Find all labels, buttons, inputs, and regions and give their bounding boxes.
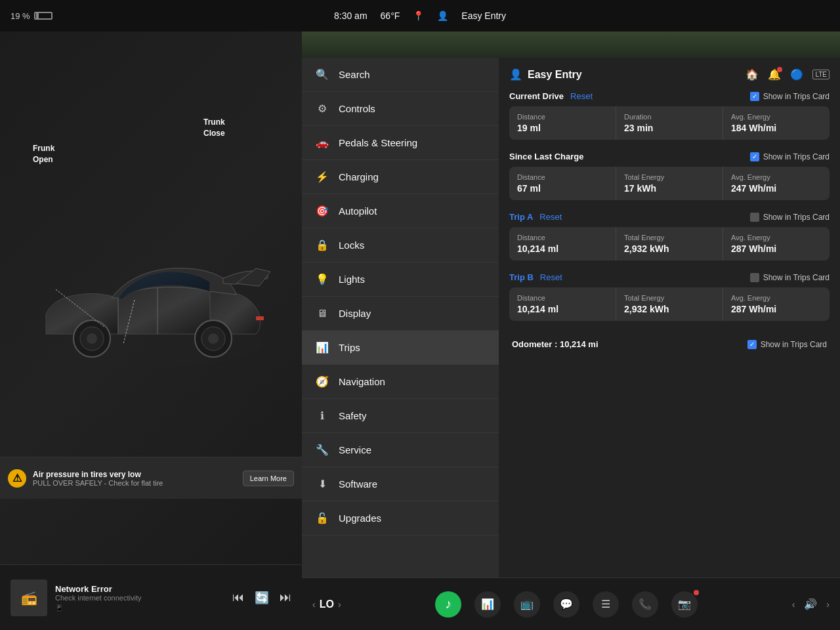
menu-item-software[interactable]: ⬇ Software [302, 467, 499, 501]
menu-item-lights[interactable]: 💡 Lights [302, 262, 499, 297]
alert-bar: ⚠ Air pressure in tires very low PULL OV… [0, 457, 302, 499]
menu-label-lights: Lights [339, 274, 365, 285]
camera-button[interactable]: 📷 [671, 591, 698, 618]
menu-item-safety[interactable]: ℹ Safety [302, 399, 499, 433]
odometer-checkbox[interactable]: ✓ [747, 340, 757, 349]
climate-button[interactable]: 📊 [474, 591, 501, 618]
trip-b-checkbox[interactable] [750, 273, 759, 282]
trip-b-energy-value: 2,932 kWh [624, 304, 715, 314]
menu-item-trips[interactable]: 📊 Trips [302, 331, 499, 365]
menu-label-autopilot: Autopilot [339, 205, 377, 217]
lte-badge: LTE [812, 70, 830, 79]
current-drive-distance-value: 19 ml [517, 123, 608, 133]
notification-dot [777, 67, 782, 72]
trip-b-avg-energy: Avg. Energy 287 Wh/mi [723, 287, 830, 321]
taskbar-left: ‹ LO › [312, 598, 341, 610]
menu-label-service: Service [339, 444, 371, 455]
phone-container: 📞 [632, 591, 658, 618]
menu-label-charging: Charging [339, 171, 379, 182]
content-panel: 👤 Easy Entry 🏠 🔔 🔵 LTE Current Drive Res… [499, 58, 840, 630]
spotify-button[interactable]: ♪ [435, 591, 461, 618]
since-last-charge-energy: Total Energy 17 kWh [616, 167, 723, 200]
charging-icon: ⚡ [315, 171, 329, 183]
safety-icon: ℹ [315, 410, 329, 422]
menu-label-controls: Controls [339, 103, 375, 114]
camera-container: 📷 [671, 591, 698, 618]
taskbar-right: ‹ 🔊 › [792, 598, 830, 610]
menu-item-search[interactable]: 🔍 Search [302, 58, 499, 92]
menu-item-display[interactable]: 🖥 Display [302, 297, 499, 331]
search-icon: 🔍 [315, 68, 329, 81]
menu-item-navigation[interactable]: 🧭 Navigation [302, 365, 499, 399]
next-button[interactable]: ⏭ [280, 591, 291, 604]
since-last-charge-avg-energy: Avg. Energy 247 Wh/mi [723, 167, 830, 200]
taskbar-next-button[interactable]: › [338, 599, 341, 610]
odometer-text: Odometer : 10,214 mi [512, 339, 598, 349]
trip-a-show-label: Show in Trips Card [763, 213, 830, 222]
menu-item-upgrades[interactable]: 🔓 Upgrades [302, 501, 499, 536]
menu-item-pedals[interactable]: 🚗 Pedals & Steering [302, 126, 499, 160]
trip-a-distance: Distance 10,214 ml [509, 227, 616, 261]
odometer-show-trips: ✓ Show in Trips Card [747, 340, 827, 349]
odometer-show-label: Show in Trips Card [761, 340, 827, 349]
replay-button[interactable]: 🔄 [255, 591, 269, 605]
trip-a-show-trips: Show in Trips Card [750, 213, 830, 222]
controls-icon: ⚙ [315, 102, 329, 115]
trip-b-header: Trip B Reset Show in Trips Card [509, 272, 830, 282]
trip-b-reset-button[interactable]: Reset [540, 272, 562, 282]
status-center: 8:30 am 66°F 📍 👤 Easy Entry [334, 10, 506, 21]
menu-button[interactable]: ☰ [593, 591, 619, 618]
autopilot-icon: 🎯 [315, 205, 329, 217]
volume-label: LO [320, 598, 334, 610]
since-last-charge-checkbox[interactable]: ✓ [750, 152, 759, 161]
menu-label-search: Search [339, 69, 370, 80]
since-last-charge-header: Since Last Charge ✓ Show in Trips Card [509, 152, 830, 161]
current-drive-energy-value: 184 Wh/mi [731, 123, 822, 133]
user-icon: 👤 [437, 10, 448, 21]
taskbar-right-next[interactable]: › [826, 599, 830, 610]
temperature-display: 66°F [381, 10, 400, 21]
content-title: 👤 Easy Entry [509, 68, 582, 81]
status-left: 19 % [10, 11, 52, 21]
current-drive-duration: Duration 23 min [616, 106, 723, 140]
prev-button[interactable]: ⏮ [232, 591, 244, 604]
content-header: 👤 Easy Entry 🏠 🔔 🔵 LTE [509, 68, 830, 81]
nav-bar [302, 32, 840, 58]
media-subtitle: Check internet connectivity [55, 594, 224, 602]
menu-item-autopilot[interactable]: 🎯 Autopilot [302, 194, 499, 228]
since-last-charge-title: Since Last Charge [509, 152, 583, 161]
current-drive-distance: Distance 19 ml [509, 106, 616, 140]
current-drive-reset-button[interactable]: Reset [570, 91, 593, 101]
car-visualization: ⚡ [7, 97, 295, 512]
trip-a-energy-label: Total Energy [624, 234, 715, 242]
phone-button[interactable]: 📞 [632, 591, 658, 618]
camera-notification-dot [694, 590, 699, 595]
trip-a-checkbox[interactable] [750, 213, 759, 222]
taskbar-right-prev[interactable]: ‹ [792, 599, 795, 610]
trip-a-energy: Total Energy 2,932 kWh [616, 227, 723, 261]
taskbar-prev-button[interactable]: ‹ [312, 599, 316, 610]
media-button[interactable]: 📺 [514, 591, 540, 618]
current-drive-energy-label: Avg. Energy [731, 113, 822, 121]
trip-a-avg-energy-label: Avg. Energy [731, 234, 822, 242]
messages-button[interactable]: 💬 [553, 591, 579, 618]
since-last-charge-avg-energy-label: Avg. Energy [731, 173, 822, 181]
menu-item-service[interactable]: 🔧 Service [302, 433, 499, 467]
gps-icon: 📍 [413, 10, 424, 21]
easy-entry-label: Easy Entry [461, 10, 506, 21]
battery-icon [34, 12, 52, 20]
trip-a-avg-energy: Avg. Energy 287 Wh/mi [723, 227, 830, 261]
media-controls: ⏮ 🔄 ⏭ [232, 591, 291, 605]
trip-a-energy-value: 2,932 kWh [624, 243, 715, 254]
trip-b-distance: Distance 10,214 ml [509, 287, 616, 321]
menu-item-controls[interactable]: ⚙ Controls [302, 92, 499, 126]
trip-a-reset-button[interactable]: Reset [539, 212, 562, 222]
time-display: 8:30 am [334, 10, 368, 21]
learn-more-button[interactable]: Learn More [243, 471, 294, 486]
taskbar: ‹ LO › ♪ 📊 📺 💬 ☰ 📞 📷 ‹ 🔊 › [302, 578, 840, 630]
menu-item-charging[interactable]: ⚡ Charging [302, 160, 499, 194]
menu-item-locks[interactable]: 🔒 Locks [302, 228, 499, 262]
user-icon-header: 👤 [509, 68, 522, 81]
svg-point-3 [87, 333, 97, 344]
current-drive-checkbox[interactable]: ✓ [750, 92, 759, 101]
